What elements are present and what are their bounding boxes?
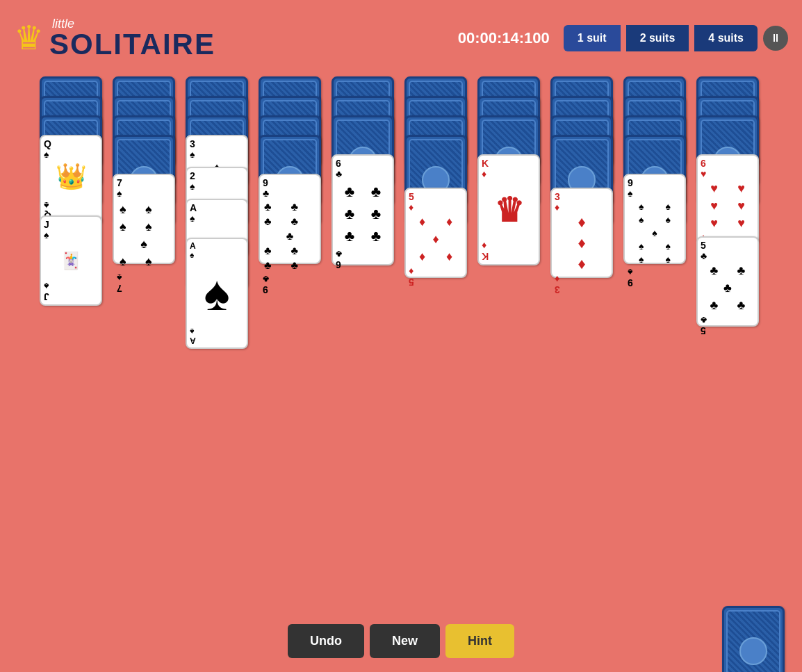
card-9-spades[interactable]: 9♠ ♠♠ ♠♠ ♠ ♠♠ ♠♠ 9♠: [623, 174, 686, 264]
undo-button[interactable]: Undo: [288, 624, 364, 658]
card-queen-spades[interactable]: Q♠ 👑 Q♠: [40, 135, 102, 225]
card-3-diamonds[interactable]: 3♦ ♦♦♦ 3♦: [550, 188, 613, 278]
card-6-hearts[interactable]: 6♥ ♥♥ ♥♥ ♥♥ 6♥: [696, 154, 759, 245]
logo-solitaire: SOLiTAiRE: [49, 30, 215, 59]
column-3: 3♠ ♠♠♠ 3♠ 2♠ ♠♠ 2♠ A♠ ♠ A♠ A♠ ♠: [186, 76, 252, 368]
1suit-button[interactable]: 1 suit: [564, 25, 621, 51]
card-jack-spades[interactable]: J♠ 🃏 J♠: [40, 215, 102, 306]
pause-button[interactable]: ⏸: [763, 26, 788, 51]
column-6: 5♦ ♦♦ ♦ ♦♦ 5♦: [404, 76, 470, 368]
logo-area: ♛ little SOLiTAiRE: [14, 17, 215, 59]
card-6-clubs[interactable]: 6♣ ♣♣ ♣♣ ♣♣ 6♣: [332, 154, 394, 265]
column-8: 3♦ ♦♦♦ 3♦: [550, 76, 616, 368]
timer: 00:00:14:100: [458, 29, 550, 47]
column-9: 9♠ ♠♠ ♠♠ ♠ ♠♠ ♠♠ 9♠: [623, 76, 689, 368]
card-9-clubs[interactable]: 9♣ ♣♣ ♣♣ ♣ ♣♣ ♣♣ 9♣: [259, 174, 321, 264]
column-4: 9♣ ♣♣ ♣♣ ♣ ♣♣ ♣♣ 9♣: [259, 76, 325, 368]
column-2: 7♠ ♠♠ ♠♠ ♠ ♠♠ 7♠: [113, 76, 179, 368]
bottom-bar: Undo New Hint: [0, 624, 802, 658]
logo-crown: ♛: [14, 22, 44, 55]
header: ♛ little SOLiTAiRE 00:00:14:100 1 suit 2…: [0, 0, 802, 76]
logo-text-area: little SOLiTAiRE: [49, 17, 215, 59]
column-1: Q♠ 👑 Q♠ J♠ 🃏 J♠: [40, 76, 106, 368]
2suits-button[interactable]: 2 suits: [626, 25, 689, 51]
pause-icon: ⏸: [770, 32, 781, 44]
column-5: 6♣ ♣♣ ♣♣ ♣♣ 6♣: [332, 76, 398, 368]
card-5-clubs[interactable]: 5♣ ♣♣ ♣ ♣♣ 5♣: [696, 236, 759, 327]
header-right: 00:00:14:100 1 suit 2 suits 4 suits ⏸: [458, 25, 788, 51]
columns: Q♠ 👑 Q♠ J♠ 🃏 J♠ 7♠: [35, 76, 767, 368]
column-7: K♦ ♛ K♦: [477, 76, 543, 368]
card-ace-spades-big[interactable]: A♠ ♠ A♠: [186, 238, 248, 349]
game-area: Q♠ 👑 Q♠ J♠ 🃏 J♠ 7♠: [0, 76, 802, 368]
card-5-diamonds[interactable]: 5♦ ♦♦ ♦ ♦♦ 5♦: [404, 188, 467, 278]
card-7-spades[interactable]: 7♠ ♠♠ ♠♠ ♠ ♠♠ 7♠: [113, 174, 175, 264]
card-king-diamonds[interactable]: K♦ ♛ K♦: [477, 154, 540, 265]
column-10: 6♥ ♥♥ ♥♥ ♥♥ 6♥ 5♣ ♣♣ ♣ ♣♣ 5♣: [696, 76, 762, 368]
new-button[interactable]: New: [370, 624, 440, 658]
4suits-button[interactable]: 4 suits: [694, 25, 758, 51]
hint-button[interactable]: Hint: [445, 624, 514, 658]
